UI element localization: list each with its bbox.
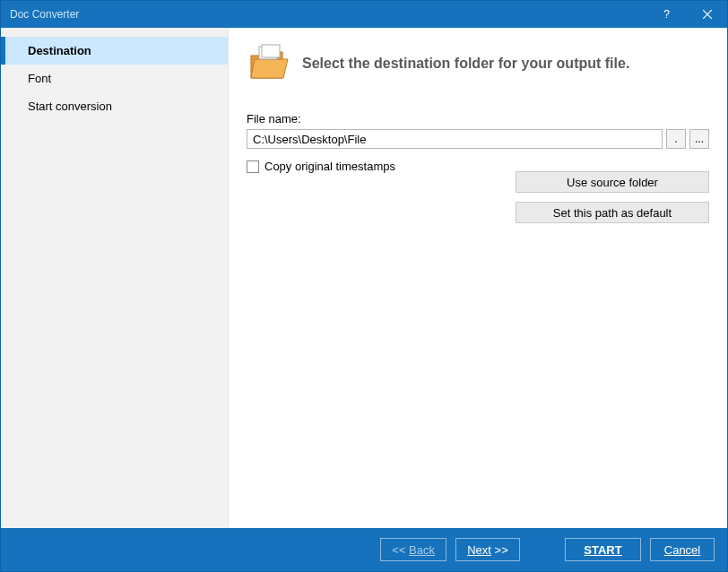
svg-rect-3	[262, 45, 280, 57]
close-button[interactable]	[687, 1, 727, 28]
sidebar-item-label: Start conversion	[28, 100, 112, 113]
cancel-button[interactable]: Cancel	[650, 538, 715, 561]
set-default-path-button[interactable]: Set this path as default	[516, 202, 709, 223]
content-area: Destination Font Start conversion Select…	[1, 28, 727, 528]
back-button[interactable]: << Back	[380, 538, 446, 561]
sidebar-item-font[interactable]: Font	[1, 65, 228, 92]
close-icon	[703, 10, 712, 19]
help-button[interactable]: ?	[646, 1, 687, 28]
filename-input[interactable]	[247, 129, 663, 149]
header-row: Select the destination folder for your o…	[247, 44, 709, 83]
sidebar-item-start-conversion[interactable]: Start conversion	[1, 92, 228, 120]
filename-label: File name:	[247, 112, 709, 126]
titlebar: Doc Converter ?	[1, 1, 727, 28]
window-title: Doc Converter	[10, 8, 646, 21]
sidebar: Destination Font Start conversion	[1, 28, 229, 528]
sidebar-item-label: Destination	[28, 44, 91, 57]
start-button[interactable]: START	[565, 538, 641, 561]
browse-button[interactable]: ...	[689, 129, 709, 149]
page-heading: Select the destination folder for your o…	[302, 56, 629, 72]
folder-icon	[247, 44, 290, 83]
next-button[interactable]: Next >>	[455, 538, 520, 561]
filename-row: . ...	[247, 129, 709, 149]
main-panel: Select the destination folder for your o…	[229, 28, 727, 528]
footer: << Back Next >> START Cancel	[1, 528, 727, 571]
sidebar-item-destination[interactable]: Destination	[1, 37, 228, 65]
help-icon: ?	[663, 8, 670, 21]
open-location-button[interactable]: .	[666, 129, 686, 149]
use-source-folder-button[interactable]: Use source folder	[516, 171, 709, 193]
checkbox-label: Copy original timestamps	[264, 160, 395, 173]
checkbox-box	[247, 160, 259, 173]
sidebar-item-label: Font	[28, 72, 51, 85]
side-buttons: Use source folder Set this path as defau…	[516, 171, 709, 223]
